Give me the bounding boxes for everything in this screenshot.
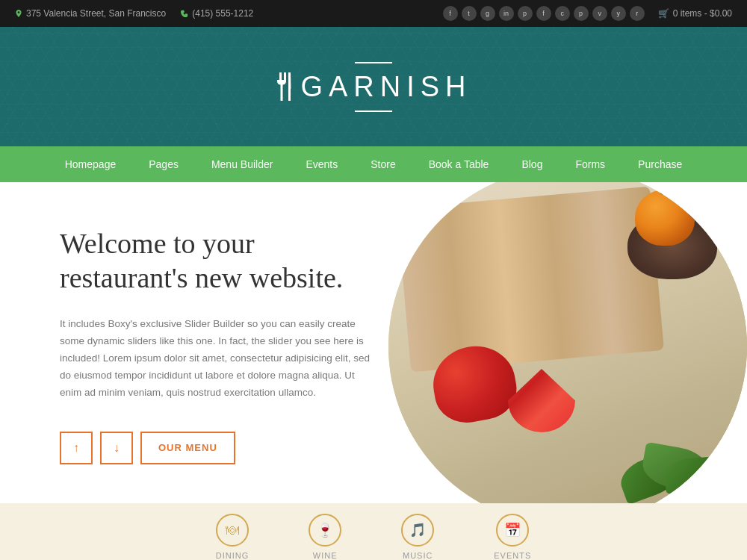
phone-item: (415) 555-1212 [181, 8, 253, 19]
nav-link-forms[interactable]: Forms [559, 146, 622, 182]
feature-events[interactable]: 📅 EVENTS [494, 514, 531, 560]
wine-icon: 🍷 [309, 514, 341, 547]
tomato-orange [635, 190, 695, 246]
dining-icon: 🍽 [216, 514, 249, 547]
music-label: MUSIC [403, 551, 433, 560]
nav-link-menubuilder[interactable]: Menu Builder [195, 146, 290, 182]
nav-item-purchase[interactable]: Purchase [622, 146, 698, 182]
greenery [620, 421, 732, 496]
nav-item-bookatable[interactable]: Book a Table [412, 146, 506, 182]
btn-our-menu[interactable]: OUR MENU [140, 432, 235, 464]
wine-label: WINE [313, 551, 338, 560]
feature-music[interactable]: 🎵 MUSIC [401, 514, 434, 560]
hero-body: It includes Boxy's exclusive Slider Buil… [60, 316, 374, 402]
social-icons: f t g in p f c p v y r [443, 6, 645, 21]
nav-item-events[interactable]: Events [289, 146, 354, 182]
dining-label: DINING [216, 551, 249, 560]
cart-area[interactable]: 🛒 0 items - $0.00 [658, 8, 732, 19]
social-linkedin[interactable]: in [499, 6, 514, 21]
feature-dining[interactable]: 🍽 DINING [216, 514, 249, 560]
social-foursquare[interactable]: f [536, 6, 551, 21]
logo-container: GARNISH [275, 62, 471, 112]
nav-link-homepage[interactable]: Homepage [49, 146, 133, 182]
btn-up[interactable]: ↑ [60, 432, 93, 464]
header: GARNISH [0, 27, 747, 146]
social-twitter[interactable]: t [462, 6, 477, 21]
social-instagram[interactable]: c [555, 6, 570, 21]
hero-title: Welcome to your restaurant's new website… [60, 227, 381, 295]
content-right [388, 182, 747, 503]
social-vimeo[interactable]: v [592, 6, 607, 21]
main-content: Welcome to your restaurant's new website… [0, 182, 747, 503]
main-nav: Homepage Pages Menu Builder Events Store… [0, 146, 747, 182]
logo-bottom-line [355, 111, 392, 112]
hero-circle-image [388, 182, 747, 503]
btn-down[interactable]: ↓ [100, 432, 133, 464]
nav-item-forms[interactable]: Forms [559, 146, 622, 182]
music-icon: 🎵 [401, 514, 434, 547]
nav-link-pages[interactable]: Pages [132, 146, 195, 182]
cart-icon: 🛒 [658, 8, 669, 19]
nav-item-pages[interactable]: Pages [132, 146, 195, 182]
nav-link-events[interactable]: Events [289, 146, 354, 182]
nav-item-menubuilder[interactable]: Menu Builder [195, 146, 290, 182]
top-bar: 375 Valencia Street, San Francisco (415)… [0, 0, 747, 27]
brand-name: GARNISH [300, 71, 471, 103]
cart-text: 0 items - $0.00 [673, 8, 732, 19]
events-label: EVENTS [494, 551, 531, 560]
tomato-bowl [620, 182, 725, 279]
social-pinterest2[interactable]: p [574, 6, 589, 21]
nav-link-purchase[interactable]: Purchase [622, 146, 698, 182]
phone-text: (415) 555-1212 [192, 8, 253, 19]
address-item: 375 Valencia Street, San Francisco [15, 8, 166, 19]
food-scene [388, 182, 747, 503]
feature-wine[interactable]: 🍷 WINE [309, 514, 341, 560]
nav-link-blog[interactable]: Blog [505, 146, 559, 182]
social-gplus[interactable]: g [480, 6, 495, 21]
nav-link-bookatable[interactable]: Book a Table [412, 146, 506, 182]
logo-text: GARNISH [275, 71, 471, 103]
social-facebook[interactable]: f [443, 6, 458, 21]
bottom-section: 🍽 DINING 🍷 WINE 🎵 MUSIC 📅 EVENTS [0, 503, 747, 560]
social-youtube[interactable]: y [611, 6, 626, 21]
buttons-row: ↑ ↓ OUR MENU [60, 432, 381, 464]
nav-list: Homepage Pages Menu Builder Events Store… [49, 146, 699, 182]
tomato-slice [508, 369, 575, 432]
content-left: Welcome to your restaurant's new website… [0, 182, 418, 503]
nav-item-homepage[interactable]: Homepage [49, 146, 133, 182]
address-text: 375 Valencia Street, San Francisco [26, 8, 166, 19]
nav-item-store[interactable]: Store [354, 146, 412, 182]
nav-item-blog[interactable]: Blog [505, 146, 559, 182]
logo-top-line [355, 62, 392, 63]
top-bar-right: f t g in p f c p v y r 🛒 0 items - $0.00 [443, 6, 732, 21]
fork-knife-icon [275, 72, 291, 101]
bottom-icons: 🍽 DINING 🍷 WINE 🎵 MUSIC 📅 EVENTS [216, 514, 532, 560]
social-pinterest[interactable]: p [518, 6, 533, 21]
top-bar-left: 375 Valencia Street, San Francisco (415)… [15, 8, 253, 19]
nav-link-store[interactable]: Store [354, 146, 412, 182]
events-icon: 📅 [496, 514, 529, 547]
social-rss[interactable]: r [630, 6, 645, 21]
